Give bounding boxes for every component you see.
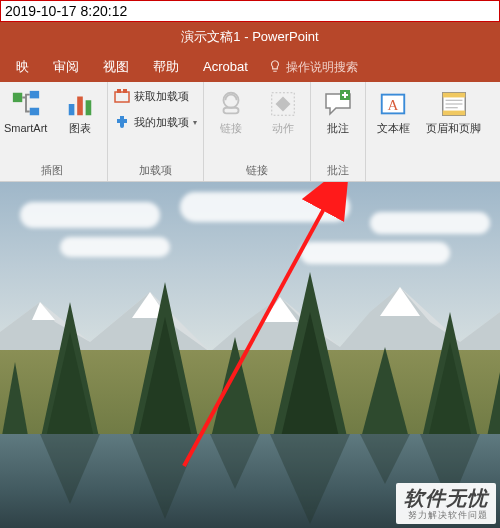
dropdown-icon: ▾ xyxy=(193,118,197,127)
svg-marker-12 xyxy=(276,97,291,112)
textbox-label: 文本框 xyxy=(377,122,410,134)
header-footer-icon xyxy=(438,88,470,120)
svg-rect-2 xyxy=(29,108,38,116)
link-icon xyxy=(215,88,247,120)
group-text: A 文本框 页眉和页脚 xyxy=(366,82,489,181)
svg-rect-18 xyxy=(443,111,466,116)
ribbon-tabs: 映 审阅 视图 帮助 Acrobat 操作说明搜索 xyxy=(0,52,500,82)
action-button[interactable]: 动作 xyxy=(262,86,304,136)
tab-acrobat[interactable]: Acrobat xyxy=(191,52,260,82)
svg-rect-7 xyxy=(117,89,121,93)
annotation-arrow xyxy=(0,182,500,528)
svg-rect-8 xyxy=(123,89,127,93)
svg-rect-0 xyxy=(13,93,22,102)
slide-canvas[interactable]: 软件无忧 努力解决软件问题 xyxy=(0,182,500,528)
textbox-button[interactable]: A 文本框 xyxy=(372,86,414,136)
textbox-icon: A xyxy=(377,88,409,120)
svg-rect-3 xyxy=(69,104,75,115)
svg-rect-10 xyxy=(224,108,239,114)
my-addins-button[interactable]: 我的加载项 ▾ xyxy=(114,112,197,132)
group-links: 链接 动作 链接 xyxy=(204,82,311,181)
group-comments-label: 批注 xyxy=(327,161,349,181)
ribbon: SmartArt 图表 插图 xyxy=(0,82,500,182)
get-addins-label: 获取加载项 xyxy=(134,89,189,104)
chart-icon xyxy=(64,88,96,120)
link-label: 链接 xyxy=(220,122,242,134)
comment-label: 批注 xyxy=(327,122,349,134)
group-text-label xyxy=(426,164,429,181)
comment-icon xyxy=(322,88,354,120)
watermark-main: 软件无忧 xyxy=(404,487,488,510)
svg-rect-5 xyxy=(86,100,92,115)
group-links-label: 链接 xyxy=(246,161,268,181)
tell-me-search[interactable]: 操作说明搜索 xyxy=(260,59,366,76)
tab-slideshow-partial[interactable]: 映 xyxy=(4,52,41,82)
lightbulb-icon xyxy=(268,59,282,76)
header-footer-button[interactable]: 页眉和页脚 xyxy=(424,86,483,136)
action-label: 动作 xyxy=(272,122,294,134)
svg-rect-1 xyxy=(29,91,38,99)
timestamp-overlay: 2019-10-17 8:20:12 xyxy=(0,0,500,22)
tab-review[interactable]: 审阅 xyxy=(41,52,91,82)
header-footer-label: 页眉和页脚 xyxy=(426,122,481,134)
get-addins-button[interactable]: 获取加载项 xyxy=(114,86,197,106)
group-illustrations-label: 插图 xyxy=(41,161,63,181)
addins-icon xyxy=(114,114,130,130)
group-addins: 获取加载项 我的加载项 ▾ 加载项 xyxy=(108,82,204,181)
group-comments: 批注 批注 xyxy=(311,82,366,181)
group-illustrations: SmartArt 图表 插图 xyxy=(0,82,108,181)
chart-label: 图表 xyxy=(69,122,91,134)
action-icon xyxy=(267,88,299,120)
tab-help[interactable]: 帮助 xyxy=(141,52,191,82)
svg-rect-4 xyxy=(78,97,84,116)
svg-line-53 xyxy=(184,182,344,466)
svg-rect-17 xyxy=(443,93,466,98)
chart-button[interactable]: 图表 xyxy=(59,86,101,136)
watermark: 软件无忧 努力解决软件问题 xyxy=(396,483,496,524)
my-addins-label: 我的加载项 xyxy=(134,115,189,130)
smartart-button[interactable]: SmartArt xyxy=(2,86,49,136)
tab-view[interactable]: 视图 xyxy=(91,52,141,82)
watermark-sub: 努力解决软件问题 xyxy=(404,510,488,520)
link-button[interactable]: 链接 xyxy=(210,86,252,136)
store-icon xyxy=(114,88,130,104)
window-title: 演示文稿1 - PowerPoint xyxy=(0,22,500,52)
svg-text:A: A xyxy=(388,97,399,113)
comment-button[interactable]: 批注 xyxy=(317,86,359,136)
smartart-label: SmartArt xyxy=(4,122,47,134)
svg-rect-6 xyxy=(115,92,129,102)
tell-me-label: 操作说明搜索 xyxy=(286,59,358,76)
group-addins-label: 加载项 xyxy=(139,161,172,181)
smartart-icon xyxy=(10,88,42,120)
